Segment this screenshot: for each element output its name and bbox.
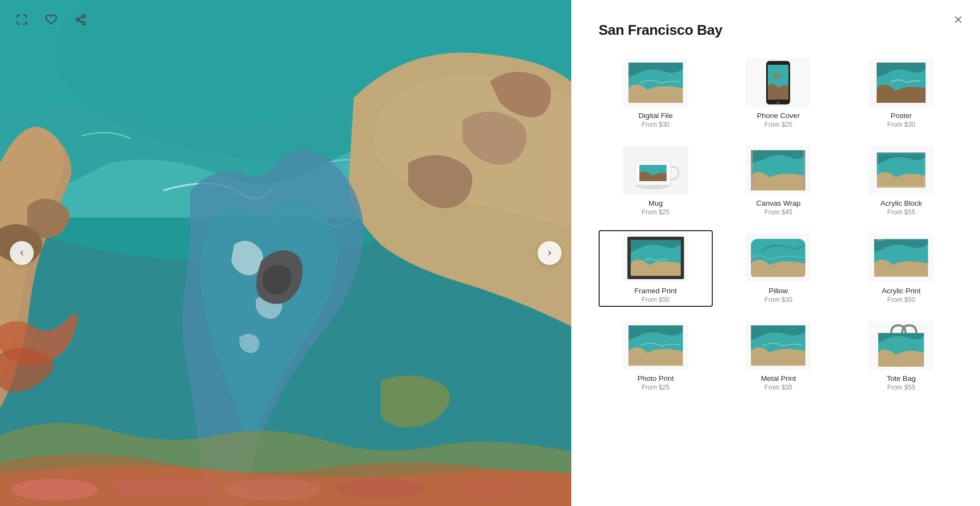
product-price-acrylic-block: From $55 (887, 208, 915, 216)
product-thumb-acrylic-block (868, 146, 934, 195)
main-image-panel (0, 0, 571, 506)
product-item-phone-cover[interactable]: Phone CoverFrom $25 (722, 55, 836, 132)
product-price-mug: From $25 (642, 208, 669, 216)
product-name-acrylic-print: Acrylic Print (882, 287, 921, 295)
product-grid: Digital FileFrom $30 Phone CoverFrom $25… (599, 55, 958, 394)
product-thumb-framed-print (623, 233, 688, 282)
product-item-metal-print[interactable]: Metal PrintFrom $35 (722, 318, 836, 394)
right-panel: San Francisco Bay Digital FileFrom $30 P… (571, 0, 980, 506)
product-item-digital-file[interactable]: Digital FileFrom $30 (599, 55, 713, 132)
product-thumb-acrylic-print (868, 233, 934, 282)
product-price-pillow: From $30 (765, 296, 792, 304)
svg-rect-30 (751, 150, 753, 190)
svg-point-21 (776, 101, 780, 104)
svg-line-13 (79, 17, 82, 19)
close-button[interactable] (948, 10, 968, 29)
top-controls (0, 0, 571, 39)
product-item-framed-print[interactable]: Framed PrintFrom $50 (599, 230, 713, 307)
product-item-acrylic-print[interactable]: Acrylic PrintFrom $50 (844, 230, 958, 307)
svg-line-12 (79, 20, 82, 22)
product-price-phone-cover: From $25 (765, 121, 792, 128)
share-button[interactable] (71, 10, 90, 29)
product-price-photo-print: From $25 (642, 384, 669, 391)
product-price-acrylic-print: From $50 (887, 296, 915, 304)
artwork-title: San Francisco Bay (599, 22, 958, 39)
like-button[interactable] (41, 10, 61, 29)
product-name-phone-cover: Phone Cover (757, 112, 800, 120)
product-thumb-pillow (745, 233, 811, 282)
product-thumb-poster (868, 58, 934, 107)
product-price-digital-file: From $30 (642, 121, 669, 128)
svg-point-6 (223, 479, 321, 501)
product-price-metal-print: From $35 (765, 384, 792, 391)
product-name-canvas-wrap: Canvas Wrap (756, 199, 801, 207)
product-thumb-digital-file (623, 58, 688, 107)
product-name-framed-print: Framed Print (634, 287, 677, 295)
product-item-poster[interactable]: PosterFrom $30 (844, 55, 958, 132)
product-item-photo-print[interactable]: Photo PrintFrom $25 (599, 318, 713, 394)
product-thumb-metal-print (745, 321, 811, 370)
product-thumb-tote-bag (868, 321, 934, 370)
product-name-tote-bag: Tote Bag (887, 374, 916, 382)
svg-point-8 (452, 482, 528, 499)
product-price-framed-print: From $50 (642, 296, 669, 304)
next-arrow[interactable] (538, 241, 562, 265)
product-item-tote-bag[interactable]: Tote BagFrom $55 (844, 318, 958, 394)
product-thumb-canvas-wrap (745, 146, 811, 195)
prev-arrow[interactable] (10, 241, 34, 265)
svg-point-4 (11, 479, 98, 501)
product-item-acrylic-block[interactable]: Acrylic BlockFrom $55 (844, 143, 958, 219)
svg-rect-31 (803, 150, 805, 190)
product-name-poster: Poster (891, 112, 912, 120)
product-item-pillow[interactable]: PillowFrom $30 (722, 230, 836, 307)
product-price-canvas-wrap: From $45 (765, 208, 792, 216)
product-thumb-photo-print (623, 321, 688, 370)
product-thumb-phone-cover (745, 58, 811, 107)
product-name-pillow: Pillow (769, 287, 788, 295)
product-name-digital-file: Digital File (638, 112, 673, 120)
svg-point-7 (337, 479, 424, 498)
product-name-mug: Mug (649, 199, 663, 207)
product-thumb-mug (623, 146, 688, 195)
product-price-tote-bag: From $55 (887, 384, 915, 391)
product-item-mug[interactable]: MugFrom $25 (599, 143, 713, 219)
expand-button[interactable] (12, 10, 32, 29)
product-name-metal-print: Metal Print (761, 374, 796, 382)
product-name-photo-print: Photo Print (637, 374, 674, 382)
svg-point-5 (109, 477, 218, 497)
product-item-canvas-wrap[interactable]: Canvas WrapFrom $45 (722, 143, 836, 219)
product-price-poster: From $30 (887, 121, 915, 128)
product-name-acrylic-block: Acrylic Block (880, 199, 922, 207)
